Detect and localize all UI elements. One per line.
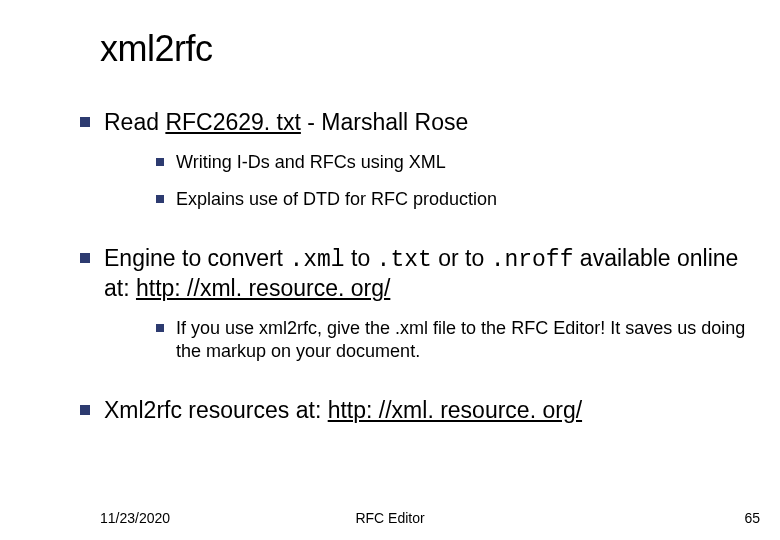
footer-center: RFC Editor	[0, 510, 780, 526]
slide: xml2rfc Read RFC2629. txt - Marshall Ros…	[0, 0, 780, 540]
square-bullet-icon	[156, 195, 164, 203]
code-nroff: .nroff	[491, 247, 574, 273]
bullet-read-rfc: Read RFC2629. txt - Marshall Rose Writin…	[80, 108, 750, 226]
link-rfc2629[interactable]: RFC2629. txt	[165, 109, 301, 135]
text: to	[345, 245, 377, 271]
bullet-engine-convert: Engine to convert .xml to .txt or to .nr…	[80, 244, 750, 378]
square-bullet-icon	[156, 158, 164, 166]
link-xml-resource-2[interactable]: http: //xml. resource. org/	[328, 397, 582, 423]
text: Engine to convert	[104, 245, 289, 271]
sub-bullet-writing: Writing I-Ds and RFCs using XML	[156, 151, 497, 174]
slide-title: xml2rfc	[100, 28, 213, 70]
text: or to	[432, 245, 491, 271]
text: Explains use of DTD for RFC production	[176, 188, 497, 211]
bullet-resources: Xml2rfc resources at: http: //xml. resou…	[80, 396, 750, 425]
square-bullet-icon	[80, 405, 90, 415]
sub-bullet-give-xml: If you use xml2rfc, give the .xml file t…	[156, 317, 750, 364]
footer-page-number: 65	[744, 510, 760, 526]
text: - Marshall Rose	[301, 109, 468, 135]
text: If you use xml2rfc, give the .xml file t…	[176, 317, 750, 364]
code-xml: .xml	[289, 247, 344, 273]
text: Writing I-Ds and RFCs using XML	[176, 151, 446, 174]
sub-bullet-explains: Explains use of DTD for RFC production	[156, 188, 497, 211]
slide-body: Read RFC2629. txt - Marshall Rose Writin…	[80, 108, 750, 443]
square-bullet-icon	[80, 253, 90, 263]
code-txt: .txt	[377, 247, 432, 273]
text: Xml2rfc resources at:	[104, 397, 328, 423]
text: Read	[104, 109, 165, 135]
link-xml-resource-1[interactable]: http: //xml. resource. org/	[136, 275, 390, 301]
square-bullet-icon	[156, 324, 164, 332]
square-bullet-icon	[80, 117, 90, 127]
